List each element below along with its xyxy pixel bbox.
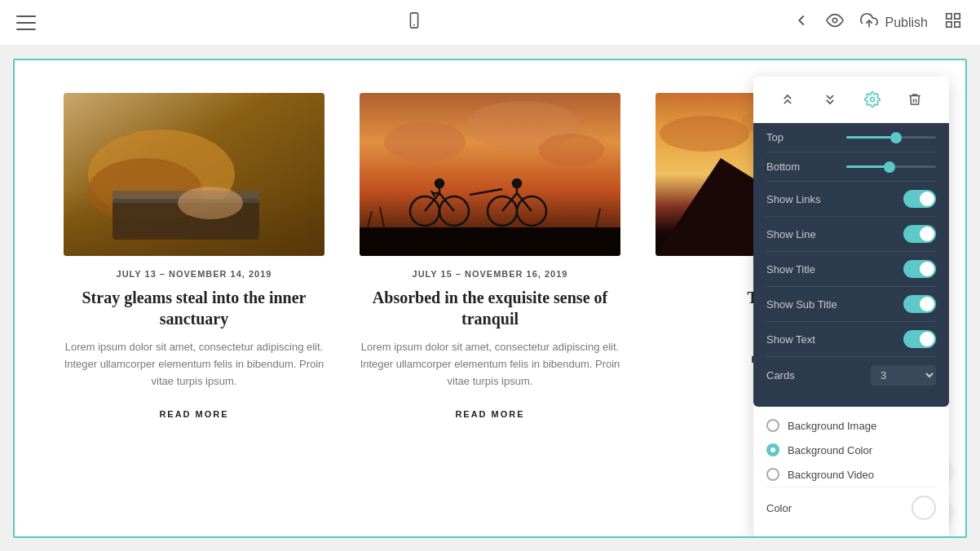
show-line-row: Show Line [766, 217, 936, 252]
svg-rect-12 [113, 191, 259, 203]
bottom-label: Bottom [766, 161, 800, 173]
upload-icon [859, 11, 879, 33]
eye-icon[interactable] [825, 11, 845, 33]
card-1: JULY 13 – NOVEMBER 14, 2019 Stray gleams… [47, 93, 341, 437]
show-line-label: Show Line [766, 228, 816, 240]
top-label: Top [766, 131, 784, 143]
svg-point-13 [178, 187, 243, 219]
card-1-text: Lorem ipsum dolor sit amet, consectetur … [64, 339, 324, 390]
publish-label: Publish [885, 15, 928, 30]
svg-point-17 [539, 134, 604, 166]
show-subtitle-toggle[interactable] [903, 295, 936, 313]
top-slider-row: Top [766, 123, 936, 152]
show-links-label: Show Links [766, 193, 820, 205]
svg-rect-4 [947, 14, 951, 19]
show-text-label: Show Text [766, 333, 815, 346]
svg-rect-7 [947, 22, 951, 27]
show-title-toggle[interactable] [903, 260, 936, 278]
hamburger-icon[interactable] [16, 15, 36, 30]
svg-point-10 [88, 158, 202, 223]
toolbar-popup: Top Bottom Show Links Sh [753, 77, 949, 538]
bg-color-option[interactable]: Background Color [766, 438, 936, 462]
bg-color-label: Background Color [788, 444, 872, 456]
settings-button[interactable] [859, 86, 885, 112]
nav-left [16, 15, 36, 30]
show-title-row: Show Title [766, 252, 936, 287]
bg-video-option[interactable]: Background Video [766, 462, 936, 487]
move-up-button[interactable] [775, 86, 801, 112]
bg-image-label: Background Image [788, 420, 876, 432]
toolbar-settings: Top Bottom Show Links Sh [753, 123, 949, 407]
svg-rect-6 [955, 22, 960, 27]
svg-point-15 [384, 121, 466, 162]
svg-rect-18 [360, 227, 620, 256]
card-2-image [360, 93, 620, 256]
toolbar-icons-row [753, 77, 949, 123]
back-icon[interactable] [792, 11, 810, 33]
show-text-toggle[interactable] [903, 330, 936, 348]
svg-point-37 [513, 179, 521, 187]
bg-image-option[interactable]: Background Image [766, 413, 936, 438]
bg-video-radio[interactable] [766, 468, 779, 481]
show-title-label: Show Title [766, 263, 815, 276]
bg-section: Background Image Background Color Backgr… [753, 407, 949, 538]
svg-point-28 [435, 179, 444, 187]
card-2-link[interactable]: READ MORE [455, 409, 524, 419]
card-2-date: JULY 15 – NOVEMBER 16, 2019 [360, 269, 620, 279]
cards-select[interactable]: 3 1 2 4 [871, 365, 936, 386]
card-2: JULY 15 – NOVEMBER 16, 2019 Absorbed in … [343, 93, 637, 437]
top-slider[interactable] [846, 136, 936, 139]
bg-video-label: Background Video [788, 469, 874, 481]
card-2-title: Absorbed in the exquisite sense of tranq… [360, 287, 620, 329]
cards-row: Cards 3 1 2 4 [766, 357, 936, 394]
bg-color-radio[interactable] [766, 443, 779, 456]
bottom-slider[interactable] [846, 165, 936, 168]
show-text-row: Show Text [766, 322, 936, 357]
top-nav: Publish [0, 0, 980, 46]
card-2-text: Lorem ipsum dolor sit amet, consectetur … [360, 339, 620, 390]
svg-rect-11 [113, 199, 259, 240]
publish-button[interactable]: Publish [859, 11, 928, 33]
color-label: Color [766, 502, 792, 514]
bottom-slider-row: Bottom [766, 152, 936, 182]
show-subtitle-label: Show Sub Title [766, 298, 837, 311]
phone-icon [405, 11, 423, 34]
card-1-date: JULY 13 – NOVEMBER 14, 2019 [64, 269, 324, 279]
card-1-image [64, 93, 324, 256]
svg-point-2 [832, 18, 837, 23]
show-subtitle-row: Show Sub Title [766, 287, 936, 322]
color-row: Color [766, 487, 936, 528]
svg-rect-5 [955, 14, 960, 19]
cards-label: Cards [766, 369, 795, 381]
move-down-button[interactable] [817, 86, 843, 112]
delete-button[interactable] [902, 86, 928, 112]
layout-icon[interactable] [942, 11, 964, 33]
card-1-image-inner [64, 93, 324, 256]
nav-center [405, 11, 423, 34]
svg-point-45 [871, 98, 875, 102]
card-1-link[interactable]: READ MORE [159, 409, 228, 419]
show-links-row: Show Links [766, 182, 936, 217]
main-content-area: JULY 13 – NOVEMBER 14, 2019 Stray gleams… [13, 59, 967, 538]
card-2-image-inner [360, 93, 620, 256]
show-line-toggle[interactable] [903, 225, 936, 243]
show-links-toggle[interactable] [903, 190, 936, 208]
nav-right: Publish [792, 11, 964, 33]
card-1-title: Stray gleams steal into the inner sanctu… [64, 287, 324, 329]
svg-point-43 [660, 116, 749, 152]
color-swatch[interactable] [912, 496, 936, 520]
bg-image-radio[interactable] [766, 419, 779, 432]
